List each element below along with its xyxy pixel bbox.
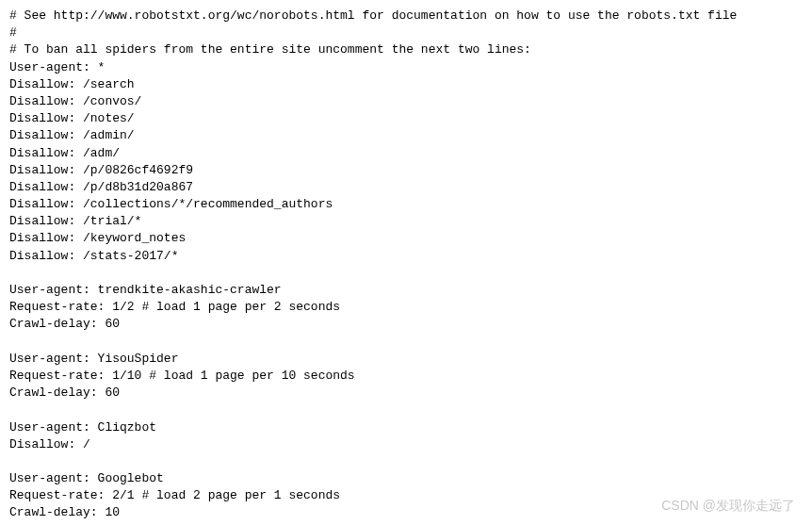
- watermark: CSDN @发现你走远了: [661, 497, 795, 516]
- robots-txt-content: # See http://www.robotstxt.org/wc/norobo…: [9, 8, 803, 525]
